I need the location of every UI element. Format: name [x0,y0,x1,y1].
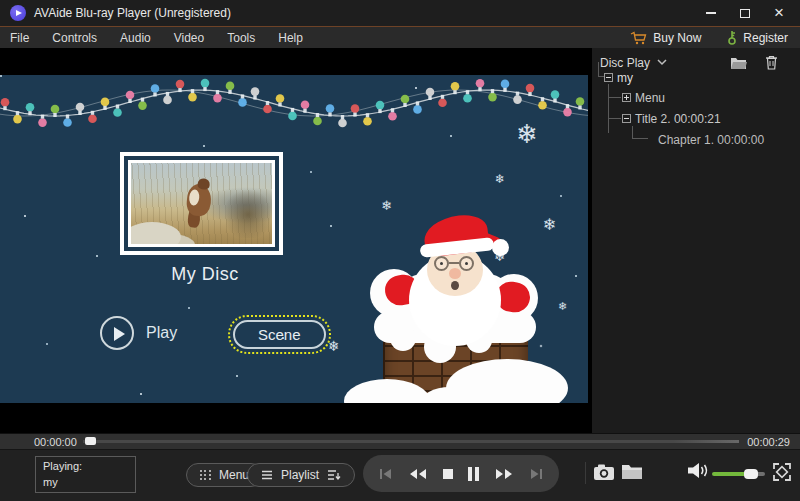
snowflake-icon: ❄ [381,199,392,212]
play-order-icon [327,469,341,481]
photo-dog [186,183,213,217]
video-display[interactable]: ❄❄❄❄❄❄❄ My Disc Play Scene [0,48,588,433]
app-window: AVAide Blu-ray Player (Unregistered) × F… [0,0,800,501]
seek-bar[interactable] [83,440,739,443]
santa-eye [440,262,443,265]
list-icon [261,470,273,480]
register-label: Register [743,31,788,45]
chevron-down-icon[interactable] [656,58,668,66]
santa-nose [449,268,461,279]
next-icon [528,467,544,481]
photo-bush [226,186,270,238]
now-playing-box: Playing: my [35,456,136,493]
key-icon [727,30,737,45]
cart-icon [630,31,647,45]
menu-file[interactable]: File [10,31,29,45]
playlist-button-label: Playlist [281,468,319,482]
rewind-icon [408,467,428,481]
santa-glasses-bridge [449,262,459,264]
playlist-mode-select[interactable]: Disc Play [600,56,650,70]
santa-mouth [451,281,459,290]
snowflake-icon: ❄ [543,217,556,233]
disc-play-label[interactable]: Play [146,324,177,342]
minimize-icon [706,12,716,14]
close-icon: × [774,8,784,18]
disc-play-button[interactable] [100,316,134,350]
snowflake-icon: ❄ [495,173,505,185]
fullscreen-button[interactable] [771,461,793,487]
now-playing-label: Playing: [43,459,128,475]
tree-connector [608,84,609,133]
next-button[interactable] [528,467,544,481]
menu-bar: File Controls Audio Video Tools Help Buy… [0,27,800,48]
disc-menu-screen: ❄❄❄❄❄❄❄ My Disc Play Scene [0,75,588,403]
volume-mute-button[interactable] [686,461,710,484]
fast-forward-button[interactable] [494,467,514,481]
santa-eye [465,262,468,265]
menu-controls[interactable]: Controls [52,31,97,45]
open-folder-icon[interactable] [730,55,748,70]
trash-icon[interactable] [765,55,778,70]
menu-audio[interactable]: Audio [120,31,151,45]
disc-thumbnail-photo [128,160,275,247]
tree-expand-box[interactable] [622,93,631,102]
snowflake-icon: ❄ [516,121,538,147]
previous-button[interactable] [378,467,394,481]
disc-thumbnail-frame [120,152,283,255]
snow-drip [390,325,416,351]
playback-controls [363,455,559,492]
maximize-button[interactable] [738,6,752,20]
playlist-sidebar: Disc Play my Menu Title 2. 00:00:21 Chap… [588,48,800,433]
menu-video[interactable]: Video [174,31,204,45]
control-bar: Playing: my Menu Playlist [0,449,800,501]
snapshot-button[interactable] [593,463,615,485]
playlist-button[interactable]: Playlist [247,463,355,487]
window-title: AVAide Blu-ray Player (Unregistered) [34,6,231,20]
menu-button-label: Menu [219,468,249,482]
santa-hat-pompom [492,239,509,256]
scene-focus-outline: Scene [228,315,331,354]
stop-button[interactable] [442,468,454,480]
tree-item-title[interactable]: Title 2. 00:00:21 [635,112,721,126]
close-button[interactable]: × [772,6,786,20]
disc-title: My Disc [120,264,290,285]
volume-slider[interactable] [712,472,765,476]
fast-forward-icon [494,467,514,481]
tree-item-chapter[interactable]: Chapter 1. 00:00:00 [658,133,764,147]
rewind-button[interactable] [408,467,428,481]
tree-item-disc[interactable]: my [617,71,633,85]
total-duration: 00:00:29 [747,436,790,448]
open-file-button[interactable] [621,463,643,484]
register-button[interactable]: Register [727,30,788,45]
camera-icon [593,463,615,481]
grid-icon [200,470,211,481]
photo-rocks [128,222,181,247]
buy-now-label: Buy Now [653,31,701,45]
volume-handle[interactable] [744,469,758,479]
elapsed-time: 00:00:00 [34,436,77,448]
pause-button[interactable] [467,466,480,482]
menu-help[interactable]: Help [278,31,303,45]
speaker-icon [686,461,710,480]
pause-icon [467,466,480,482]
tree-item-menu[interactable]: Menu [635,91,665,105]
tree-collapse-box[interactable] [622,114,631,123]
divider [585,462,586,484]
buy-now-button[interactable]: Buy Now [630,31,701,45]
tree-connector [632,126,648,139]
seek-handle[interactable] [85,437,96,445]
snowflake-icon: ❄ [558,301,567,312]
christmas-lights-garland [0,75,588,133]
minimize-button[interactable] [704,6,718,20]
tree-connector [608,118,621,119]
disc-scene-button[interactable]: Scene [233,320,326,349]
now-playing-item: my [43,475,128,491]
app-logo-icon [10,5,26,21]
title-bar: AVAide Blu-ray Player (Unregistered) × [0,0,800,26]
tree-collapse-box[interactable] [604,73,613,82]
maximize-icon [740,9,750,18]
menu-tools[interactable]: Tools [227,31,255,45]
tree-connector [608,97,621,98]
previous-icon [378,467,394,481]
seek-bar-row: 00:00:00 00:00:29 [0,433,800,449]
